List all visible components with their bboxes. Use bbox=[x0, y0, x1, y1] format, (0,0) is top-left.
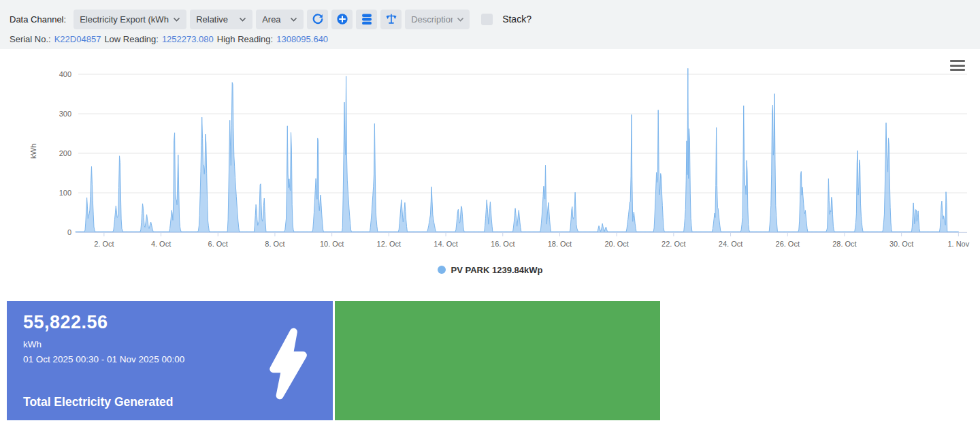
x-axis-tick-label: 18. Oct bbox=[548, 240, 572, 248]
menu-icon bbox=[950, 60, 965, 62]
y-axis-tick-label: 200 bbox=[59, 149, 71, 157]
x-axis-tick-label: 12. Oct bbox=[377, 240, 401, 248]
x-axis-tick-label: 2. Oct bbox=[94, 240, 114, 248]
total-card-title: Total Electricity Generated bbox=[23, 395, 173, 409]
relative-select-value: Relative bbox=[196, 14, 228, 25]
scales-icon bbox=[385, 13, 397, 25]
high-reading-value: 1308095.640 bbox=[276, 34, 328, 44]
stack-checkbox[interactable] bbox=[481, 14, 493, 25]
description-select-value: Description bbox=[411, 14, 453, 25]
pv-park-area-series bbox=[76, 68, 958, 232]
low-reading-value: 1252273.080 bbox=[162, 34, 214, 44]
y-axis-title: kWh bbox=[29, 144, 37, 159]
generation-chart: 0100200300400kWh2. Oct4. Oct6. Oct8. Oct… bbox=[0, 49, 980, 253]
x-axis-tick-label: 28. Oct bbox=[832, 240, 856, 248]
menu-icon bbox=[950, 69, 965, 71]
refresh-button[interactable] bbox=[307, 10, 328, 29]
toolbar: Data Channel: Electricity Export (kWh Re… bbox=[0, 0, 980, 49]
stack-checkbox-label: Stack? bbox=[502, 14, 532, 25]
chart-legend[interactable]: PV PARK 1239.84kWp bbox=[0, 263, 980, 277]
y-axis-tick-label: 300 bbox=[59, 110, 71, 118]
low-reading-label: Low Reading: bbox=[104, 34, 159, 44]
x-axis-tick-label: 10. Oct bbox=[320, 240, 344, 248]
chevron-down-icon bbox=[290, 17, 297, 22]
legend-label: PV PARK 1239.84kWp bbox=[451, 265, 543, 275]
x-axis-tick-label: 6. Oct bbox=[208, 240, 228, 248]
data-channel-select[interactable]: Electricity Export (kWh bbox=[74, 10, 186, 29]
y-axis-tick-label: 400 bbox=[59, 70, 71, 78]
area-chart-canvas: 0100200300400kWh2. Oct4. Oct6. Oct8. Oct… bbox=[0, 49, 980, 253]
y-axis-tick-label: 100 bbox=[59, 189, 71, 197]
chart-type-select[interactable]: Area bbox=[256, 10, 304, 29]
y-axis-tick-label: 0 bbox=[67, 228, 71, 236]
menu-icon bbox=[950, 65, 965, 67]
total-generated-card: 55,822.56 kWh 01 Oct 2025 00:30 - 01 Nov… bbox=[7, 301, 333, 420]
data-button[interactable] bbox=[356, 10, 377, 29]
x-axis-tick-label: 24. Oct bbox=[719, 240, 742, 248]
add-circle-icon bbox=[336, 13, 348, 25]
chart-menu-button[interactable] bbox=[950, 60, 965, 71]
toolbar-row: Data Channel: Electricity Export (kWh Re… bbox=[10, 9, 970, 29]
refresh-icon bbox=[312, 13, 324, 25]
data-channel-select-value: Electricity Export (kWh bbox=[80, 14, 169, 25]
chevron-down-icon bbox=[173, 17, 180, 22]
x-axis-tick-label: 22. Oct bbox=[662, 240, 685, 248]
summary-cards: 55,822.56 kWh 01 Oct 2025 00:30 - 01 Nov… bbox=[7, 301, 980, 420]
compare-button[interactable] bbox=[380, 10, 402, 29]
legend-marker-icon bbox=[438, 266, 446, 274]
relative-select[interactable]: Relative bbox=[190, 10, 252, 29]
high-reading-label: High Reading: bbox=[217, 34, 273, 44]
x-axis-tick-label: 16. Oct bbox=[491, 240, 514, 248]
add-button[interactable] bbox=[331, 10, 353, 29]
lightning-icon bbox=[261, 326, 314, 402]
data-channel-label: Data Channel: bbox=[10, 14, 66, 25]
description-select[interactable]: Description bbox=[405, 10, 470, 29]
x-axis-tick-label: 1. Nov bbox=[947, 240, 969, 248]
chart-type-select-value: Area bbox=[262, 14, 280, 25]
secondary-card bbox=[335, 301, 660, 420]
x-axis-tick-label: 4. Oct bbox=[151, 240, 171, 248]
x-axis-tick-label: 26. Oct bbox=[776, 240, 800, 248]
x-axis-tick-label: 20. Oct bbox=[604, 240, 628, 248]
x-axis-tick-label: 8. Oct bbox=[265, 240, 284, 248]
x-axis-tick-label: 14. Oct bbox=[434, 240, 457, 248]
chevron-down-icon bbox=[239, 17, 246, 22]
database-icon bbox=[361, 14, 372, 25]
chevron-down-icon bbox=[457, 17, 463, 22]
serial-value: K22D04857 bbox=[54, 34, 101, 44]
serial-label: Serial No.: bbox=[10, 34, 51, 44]
x-axis-tick-label: 30. Oct bbox=[889, 240, 913, 248]
meter-meta-row: Serial No.: K22D04857 Low Reading: 12522… bbox=[10, 34, 970, 44]
